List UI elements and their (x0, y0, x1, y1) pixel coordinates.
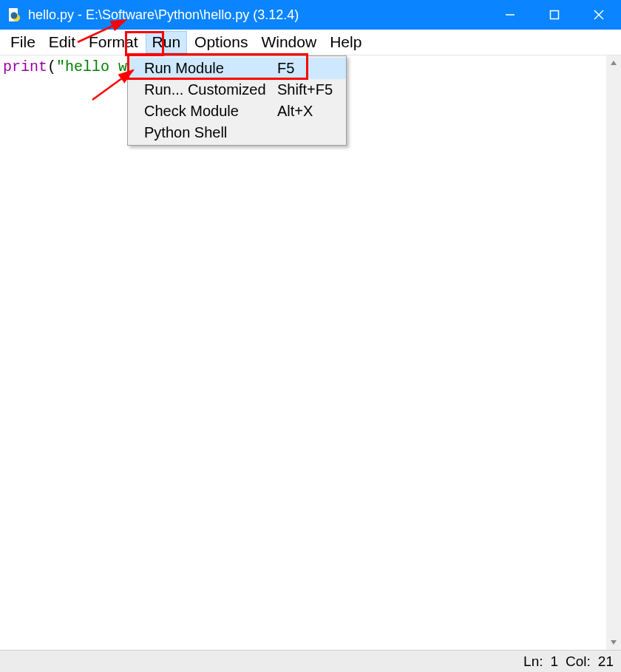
window-title: hello.py - E:\Software\Python\hello.py (… (28, 7, 488, 23)
status-line-value: 1 (550, 654, 558, 670)
status-col-value: 21 (598, 654, 614, 670)
menuitem-run-customized[interactable]: Run... Customized Shift+F5 (128, 79, 346, 101)
maximize-button[interactable] (532, 0, 577, 30)
vertical-scrollbar[interactable] (606, 55, 621, 650)
menuitem-label: Run... Customized (144, 81, 277, 98)
python-file-icon (6, 7, 22, 23)
menu-bar: File Edit Format Run Options Window Help (0, 30, 621, 55)
menuitem-label: Check Module (144, 103, 277, 120)
close-button[interactable] (577, 0, 621, 30)
status-line-label: Ln: (523, 654, 543, 670)
title-bar: hello.py - E:\Software\Python\hello.py (… (0, 0, 621, 30)
menuitem-shortcut: Shift+F5 (277, 81, 333, 98)
menuitem-shortcut: F5 (277, 60, 294, 77)
minimize-button[interactable] (488, 0, 532, 30)
window-controls (488, 0, 621, 30)
scroll-down-icon[interactable] (606, 635, 621, 650)
menu-edit[interactable]: Edit (43, 32, 81, 52)
menu-run[interactable]: Run (146, 31, 188, 53)
menuitem-label: Python Shell (144, 124, 277, 141)
menuitem-run-module[interactable]: Run Module F5 (128, 58, 346, 79)
menuitem-shortcut: Alt+X (277, 103, 313, 120)
menu-format[interactable]: Format (83, 32, 144, 52)
svg-rect-4 (551, 11, 559, 19)
code-token-str-quote: " (56, 58, 65, 75)
status-bar: Ln: 1 Col: 21 (0, 650, 621, 672)
menu-help[interactable]: Help (324, 32, 367, 52)
menu-options[interactable]: Options (189, 32, 254, 52)
code-token-func: print (3, 58, 47, 75)
scroll-up-icon[interactable] (606, 55, 621, 70)
menuitem-label: Run Module (144, 60, 277, 77)
menuitem-python-shell[interactable]: Python Shell (128, 122, 346, 143)
menuitem-check-module[interactable]: Check Module Alt+X (128, 101, 346, 122)
svg-point-2 (11, 13, 18, 19)
menu-window[interactable]: Window (255, 32, 322, 52)
code-token-lparen: ( (47, 58, 56, 75)
menu-file[interactable]: File (4, 32, 41, 52)
status-col-label: Col: (566, 654, 591, 670)
run-menu-dropdown: Run Module F5 Run... Customized Shift+F5… (127, 55, 347, 146)
